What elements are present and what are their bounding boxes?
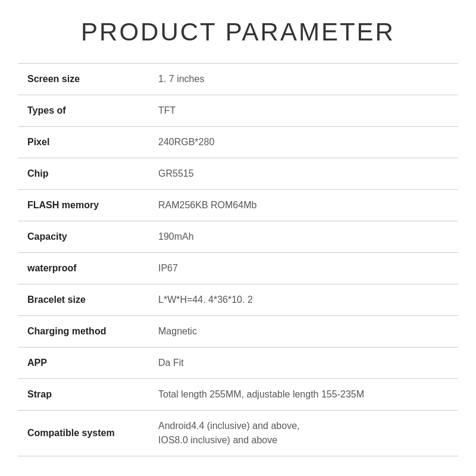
param-label: Pixel <box>18 127 149 158</box>
table-row: Capacity190mAh <box>18 221 458 253</box>
table-row: FLASH memoryRAM256KB ROM64Mb <box>18 190 458 221</box>
table-row: APPDa Fit <box>18 347 458 379</box>
table-row: ChipGR5515 <box>18 158 458 190</box>
params-table: Screen size1. 7 inchesTypes ofTFTPixel24… <box>18 63 458 456</box>
param-value: L*W*H=44. 4*36*10. 2 <box>149 284 458 316</box>
param-value: GR5515 <box>149 158 458 190</box>
param-label: Compatible system <box>18 411 149 456</box>
param-value: Da Fit <box>149 347 458 379</box>
param-label: waterproof <box>18 253 149 284</box>
param-label: Capacity <box>18 221 149 253</box>
table-row: Charging methodMagnetic <box>18 316 458 347</box>
param-value: 190mAh <box>149 221 458 253</box>
table-row: StrapTotal length 255MM, adjustable leng… <box>18 379 458 411</box>
param-label: Chip <box>18 158 149 190</box>
param-value: Magnetic <box>149 316 458 347</box>
table-row: Types ofTFT <box>18 95 458 127</box>
param-label: Strap <box>18 379 149 411</box>
param-value: 240RGB*280 <box>149 127 458 158</box>
param-value: 1. 7 inches <box>149 64 458 95</box>
param-value: IP67 <box>149 253 458 284</box>
table-row: Pixel240RGB*280 <box>18 127 458 158</box>
param-label: Bracelet size <box>18 284 149 316</box>
page-title: PRODUCT PARAMETER <box>81 18 395 46</box>
table-row: waterproofIP67 <box>18 253 458 284</box>
table-row: Bracelet sizeL*W*H=44. 4*36*10. 2 <box>18 284 458 316</box>
table-row: Compatible systemAndroid4.4 (inclusive) … <box>18 411 458 456</box>
param-label: Charging method <box>18 316 149 347</box>
param-label: Types of <box>18 95 149 127</box>
param-label: Screen size <box>18 64 149 95</box>
param-label: APP <box>18 347 149 379</box>
table-row: Screen size1. 7 inches <box>18 64 458 95</box>
param-value: TFT <box>149 95 458 127</box>
param-value: RAM256KB ROM64Mb <box>149 190 458 221</box>
param-label: FLASH memory <box>18 190 149 221</box>
param-value: Total length 255MM, adjustable length 15… <box>149 379 458 411</box>
param-value: Android4.4 (inclusive) and above,IOS8.0 … <box>149 411 458 456</box>
